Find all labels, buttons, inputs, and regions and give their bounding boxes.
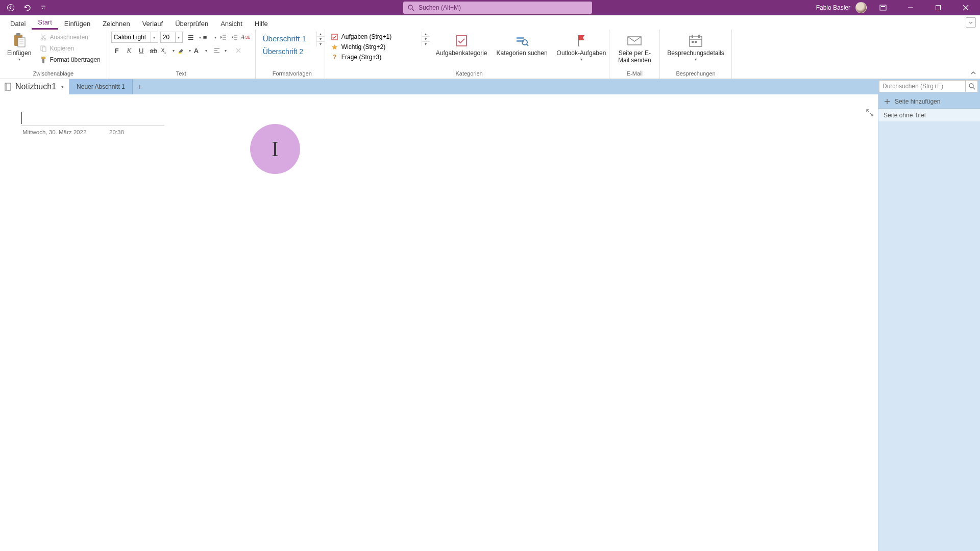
meeting-details-button[interactable]: Besprechungsdetails ▾	[664, 32, 727, 63]
svg-rect-46	[692, 41, 694, 43]
outdent-button[interactable]	[217, 32, 229, 43]
notebook-selector[interactable]: Notizbuch1 ▾	[0, 79, 69, 94]
page-search-button[interactable]	[966, 80, 978, 92]
section-tab[interactable]: Neuer Abschnitt 1	[69, 79, 133, 94]
cursor-highlight: I	[250, 124, 300, 174]
highlight-icon	[178, 47, 185, 54]
page-list-panel: Seite hinzufügen Seite ohne Titel	[878, 94, 980, 551]
add-section-button[interactable]: +	[133, 79, 147, 94]
cut-button[interactable]: Ausschneiden	[37, 32, 102, 43]
outlook-tasks-label: Outlook-Aufgaben	[557, 50, 606, 57]
clear-formatting-button[interactable]: A⌫	[240, 32, 251, 43]
avatar[interactable]	[855, 2, 867, 13]
notebook-name: Notizbuch1	[15, 82, 56, 91]
bullets-button[interactable]: ☰▾	[187, 32, 202, 43]
find-tags-icon	[514, 33, 530, 49]
tab-einfuegen[interactable]: Einfügen	[58, 17, 96, 30]
font-size-input[interactable]	[160, 32, 176, 43]
group-styles: Überschrift 1 Überschrift 2 ▴ ▾ ▾ Format…	[256, 30, 325, 79]
tab-datei[interactable]: Datei	[4, 17, 32, 30]
user-name[interactable]: Fabio Basler	[816, 4, 850, 11]
page-item[interactable]: Seite ohne Titel	[878, 109, 980, 122]
back-button[interactable]	[4, 1, 17, 14]
font-color-button[interactable]: A▾	[193, 45, 208, 56]
global-search-input[interactable]	[403, 2, 592, 14]
copy-button[interactable]: Kopieren	[37, 43, 102, 54]
tags-scroll: ▴ ▾ ▾	[422, 32, 430, 46]
font-name-input[interactable]	[111, 32, 151, 43]
font-size-dropdown[interactable]: ▾	[176, 32, 183, 43]
subscript-button[interactable]: x₂▾	[160, 45, 176, 56]
font-name-dropdown[interactable]: ▾	[151, 32, 158, 43]
outlook-tasks-button[interactable]: Outlook-Aufgaben ▾	[554, 32, 609, 63]
chevron-down-icon: ▾	[61, 84, 64, 89]
page-title-input[interactable]	[21, 110, 164, 126]
page-time[interactable]: 20:38	[109, 129, 124, 135]
find-tags-label: Kategorien suchen	[497, 50, 548, 57]
undo-button[interactable]	[20, 1, 34, 14]
svg-rect-47	[695, 41, 697, 43]
delete-button[interactable]	[233, 45, 244, 56]
group-tags-label: Kategorien	[329, 70, 609, 78]
star-icon	[331, 43, 338, 51]
page-date[interactable]: Mittwoch, 30. März 2022	[22, 129, 86, 135]
bold-button[interactable]: F	[111, 45, 122, 56]
qat-customize[interactable]	[37, 1, 50, 14]
flag-icon	[573, 33, 590, 49]
styles-more[interactable]: ▾	[317, 42, 325, 46]
styles-scroll-down[interactable]: ▾	[317, 37, 325, 42]
tag-important[interactable]: Wichtig (Strg+2)	[329, 42, 419, 52]
strikethrough-button[interactable]: ab	[148, 45, 159, 56]
find-tags-button[interactable]: Kategorien suchen	[494, 32, 551, 58]
titlebar-right: Fabio Basler	[816, 0, 980, 15]
group-email-label: E-Mail	[614, 70, 655, 78]
underline-button[interactable]: U	[136, 45, 147, 56]
tags-scroll-down[interactable]: ▾	[422, 37, 430, 42]
task-tag-button[interactable]: Aufgabenkategorie	[433, 32, 491, 58]
tab-start[interactable]: Start	[32, 15, 58, 30]
style-heading1[interactable]: Überschrift 1	[260, 32, 313, 45]
checkbox-icon	[331, 33, 338, 40]
global-search-wrap	[403, 2, 592, 14]
page-search-input[interactable]	[879, 80, 966, 92]
styles-scroll-up[interactable]: ▴	[317, 32, 325, 37]
task-tag-icon	[453, 33, 470, 49]
tags-more[interactable]: ▾	[422, 42, 430, 46]
email-page-button[interactable]: Seite per E-Mail senden	[614, 32, 655, 65]
collapse-ribbon-button[interactable]	[970, 69, 977, 77]
numbering-button[interactable]: ≡▾	[202, 32, 217, 43]
style-heading2[interactable]: Überschrift 2	[260, 45, 313, 58]
svg-rect-6	[936, 6, 941, 10]
tab-zeichnen[interactable]: Zeichnen	[96, 17, 136, 30]
svg-line-53	[870, 113, 873, 116]
tags-scroll-up[interactable]: ▴	[422, 32, 430, 37]
indent-button[interactable]	[229, 32, 240, 43]
styles-gallery[interactable]: Überschrift 1 Überschrift 2	[260, 32, 313, 58]
tags-gallery[interactable]: Aufgaben (Strg+1) Wichtig (Strg+2) ? Fra…	[329, 32, 419, 62]
email-page-label: Seite per E-Mail senden	[617, 50, 652, 64]
format-painter-icon	[39, 56, 47, 64]
ribbon-display-button[interactable]	[872, 0, 894, 15]
maximize-button[interactable]	[927, 0, 949, 15]
tab-ueberpruefen[interactable]: Überprüfen	[169, 17, 214, 30]
paste-button[interactable]: Einfügen ▾	[4, 32, 34, 63]
tab-ansicht[interactable]: Ansicht	[214, 17, 249, 30]
tag-todo[interactable]: Aufgaben (Strg+1)	[329, 32, 419, 42]
full-page-view-button[interactable]	[866, 109, 874, 117]
minimize-button[interactable]	[899, 0, 922, 15]
close-button[interactable]	[954, 0, 977, 15]
tag-question[interactable]: ? Frage (Strg+3)	[329, 52, 419, 62]
ribbon-mode-button[interactable]	[966, 17, 976, 28]
title-bar: Seite ohne Titel - OneNote Fabio Basler	[0, 0, 980, 15]
italic-button[interactable]: K	[124, 45, 135, 56]
add-page-button[interactable]: Seite hinzufügen	[878, 94, 980, 109]
tab-verlauf[interactable]: Verlauf	[136, 17, 169, 30]
page-canvas[interactable]: Mittwoch, 30. März 2022 20:38 I	[0, 94, 878, 551]
align-button[interactable]: ▾	[212, 45, 228, 56]
highlight-button[interactable]: ▾	[177, 45, 192, 56]
paste-icon	[11, 33, 28, 49]
copy-label: Kopieren	[50, 45, 74, 52]
format-painter-button[interactable]: Format übertragen	[37, 54, 102, 65]
tab-hilfe[interactable]: Hilfe	[249, 17, 274, 30]
svg-rect-29	[179, 53, 182, 54]
